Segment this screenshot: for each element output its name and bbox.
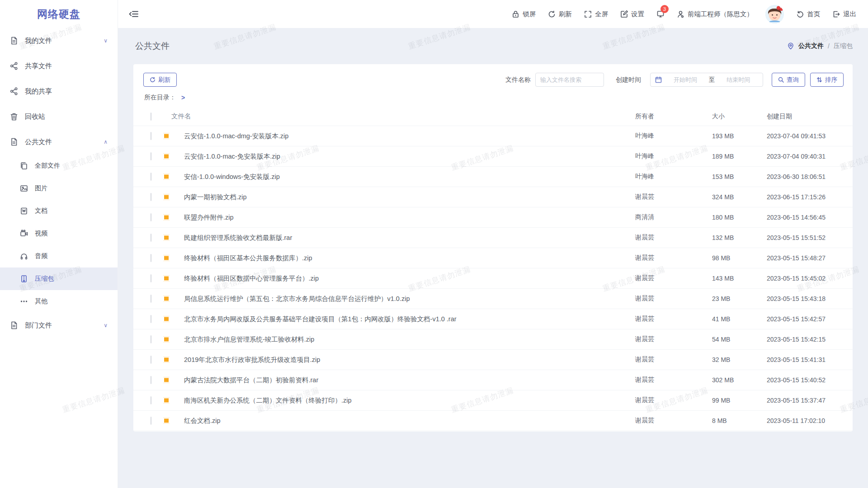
location-pin-icon	[787, 42, 794, 50]
file-name-link[interactable]: 终验材料（福田区数据中心管理服务平台）.zip	[184, 274, 635, 283]
file-name-link[interactable]: 终验材料（福田区基本公共服务数据库）.zip	[184, 254, 635, 263]
row-checkbox[interactable]	[151, 132, 151, 140]
file-name-link[interactable]: 南海区机关新办公系统（二期）文件资料（终验打印）.zip	[184, 396, 635, 405]
date-range-picker[interactable]: 开始时间 至 结束时间	[650, 73, 763, 87]
ellipsis-icon	[20, 297, 28, 305]
image-icon	[20, 184, 28, 192]
row-checkbox[interactable]	[151, 295, 151, 303]
sort-arrows-icon	[816, 77, 822, 83]
calendar-icon	[655, 76, 662, 83]
file-name-link[interactable]: 云安信-1.0.0-mac-dmg-安装版本.zip	[184, 132, 635, 141]
file-name-link[interactable]: 红会文档.zip	[184, 417, 635, 425]
file-owner: 谢晨芸	[635, 396, 712, 404]
sidebar-item-documents[interactable]: 文档	[0, 200, 118, 222]
file-name-link[interactable]: 安信-1.0.0-windows-免安装版.zip	[184, 173, 635, 181]
sidebar-item-label: 图片	[35, 184, 108, 192]
row-checkbox[interactable]	[151, 173, 151, 181]
sidebar-item-videos[interactable]: 视频	[0, 222, 118, 245]
home-button[interactable]: 首页	[796, 10, 820, 19]
file-name-link[interactable]: 民建组织管理系统验收文档最新版.rar	[184, 234, 635, 242]
sidebar-item-audio[interactable]: 音频	[0, 245, 118, 267]
file-name-link[interactable]: 内蒙一期初验文档.zip	[184, 193, 635, 202]
lock-screen-button[interactable]: 锁屏	[512, 10, 536, 19]
filename-label: 文件名称	[505, 76, 531, 84]
checkbox-cell	[151, 417, 160, 424]
column-header-size: 大小	[712, 113, 767, 121]
table-row: 北京市排水户信息管理系统-竣工验收材料.zip谢晨芸54 MB2023-05-1…	[133, 329, 853, 350]
file-date: 2023-06-15 14:56:45	[767, 214, 853, 221]
fullscreen-button[interactable]: 全屏	[584, 10, 608, 19]
settings-button[interactable]: 设置	[620, 10, 644, 19]
sidebar-item-label: 我的文件	[25, 37, 104, 45]
row-checkbox[interactable]	[151, 213, 151, 221]
row-checkbox[interactable]	[151, 254, 151, 262]
user-menu[interactable]: 前端工程师（陈思文）	[677, 10, 753, 19]
file-date: 2023-05-15 15:48:27	[767, 254, 853, 262]
row-checkbox[interactable]	[151, 152, 151, 160]
logout-button[interactable]: 退出	[832, 10, 856, 19]
created-time-label: 创建时间	[616, 76, 641, 84]
row-checkbox[interactable]	[151, 315, 151, 323]
file-name-link[interactable]: 内蒙古法院大数据平台（二期）初验前资料.rar	[184, 376, 635, 385]
file-name-link[interactable]: 2019年北京市水行政审批系统升级改造项目.zip	[184, 356, 635, 364]
file-name-link[interactable]: 北京市水务局内网改版及公共服务基础平台建设项目（第1包：内网改版）终验验文档-v…	[184, 315, 635, 324]
filename-search-input[interactable]	[535, 73, 604, 87]
table-row: 终验材料（福田区基本公共服务数据库）.zip谢晨芸98 MB2023-05-15…	[133, 248, 853, 268]
row-checkbox[interactable]	[151, 376, 151, 384]
checkbox-cell	[151, 234, 160, 241]
file-size: 54 MB	[712, 336, 767, 343]
sidebar-item-images[interactable]: 图片	[0, 177, 118, 200]
page-head: 公共文件 公共文件 / 压缩包	[128, 28, 858, 64]
row-checkbox[interactable]	[151, 234, 151, 242]
file-owner: 谢晨芸	[635, 335, 712, 343]
file-size: 153 MB	[712, 173, 767, 180]
sidebar-item-my-shares[interactable]: 我的共享	[0, 79, 118, 104]
file-owner: 谢晨芸	[635, 417, 712, 425]
sidebar-item-archives[interactable]: 压缩包	[0, 267, 118, 290]
sidebar-item-label: 全部文件	[35, 162, 108, 170]
file-size: 324 MB	[712, 193, 767, 201]
avatar[interactable]	[765, 5, 784, 23]
file-size: 41 MB	[712, 315, 767, 323]
file-name-link[interactable]: 局信息系统运行维护（第五包：北京市水务局综合信息平台运行维护）v1.0.zip	[184, 295, 635, 303]
sidebar-item-department-files[interactable]: 部门文件 ∨	[0, 313, 118, 338]
row-checkbox[interactable]	[151, 356, 151, 364]
row-checkbox[interactable]	[151, 417, 151, 425]
refresh-icon	[150, 77, 156, 83]
file-date: 2023-05-15 15:42:57	[767, 315, 853, 323]
file-name-link[interactable]: 联盟办件附件.zip	[184, 213, 635, 222]
file-size: 132 MB	[712, 234, 767, 241]
file-name-link[interactable]: 北京市排水户信息管理系统-竣工验收材料.zip	[184, 335, 635, 344]
table-row: 安信-1.0.0-windows-免安装版.zip叶海峰153 MB2023-0…	[133, 167, 853, 187]
end-date-placeholder[interactable]: 结束时间	[718, 76, 758, 84]
refresh-button[interactable]: 刷新	[548, 10, 572, 19]
sort-button[interactable]: 排序	[810, 73, 844, 87]
row-checkbox[interactable]	[151, 396, 151, 404]
query-button[interactable]: 查询	[772, 73, 805, 87]
collapse-sidebar-icon[interactable]	[129, 9, 139, 19]
row-checkbox[interactable]	[151, 335, 151, 343]
file-owner: 叶海峰	[635, 173, 712, 181]
row-checkbox[interactable]	[151, 274, 151, 282]
headphones-icon	[20, 252, 28, 260]
refresh-list-button[interactable]: 刷新	[143, 73, 177, 87]
sidebar-item-all-files[interactable]: 全部文件	[0, 155, 118, 177]
breadcrumb-root[interactable]: 公共文件	[798, 42, 824, 50]
file-owner: 谢晨芸	[635, 315, 712, 323]
sidebar-item-my-files[interactable]: 我的文件 ∨	[0, 28, 118, 53]
directory-root-link[interactable]: >	[181, 94, 185, 101]
checkbox-cell	[151, 254, 160, 262]
sidebar-item-others[interactable]: 其他	[0, 290, 118, 313]
table-row: 终验材料（福田区数据中心管理服务平台）.zip谢晨芸143 MB2023-05-…	[133, 268, 853, 289]
settings-icon	[620, 10, 628, 18]
checkbox-cell	[151, 173, 160, 180]
sidebar-item-shared-files[interactable]: 共享文件	[0, 53, 118, 79]
row-checkbox[interactable]	[151, 193, 151, 201]
sidebar-item-public-files[interactable]: 公共文件 ∧	[0, 129, 118, 155]
select-all-checkbox[interactable]	[151, 113, 151, 121]
sidebar-item-recycle-bin[interactable]: 回收站	[0, 104, 118, 129]
sidebar-item-label: 视频	[35, 230, 108, 238]
file-name-link[interactable]: 云安信-1.0.0-mac-免安装版本.zip	[184, 152, 635, 161]
start-date-placeholder[interactable]: 开始时间	[665, 76, 705, 84]
notifications-button[interactable]: 3	[656, 10, 665, 18]
